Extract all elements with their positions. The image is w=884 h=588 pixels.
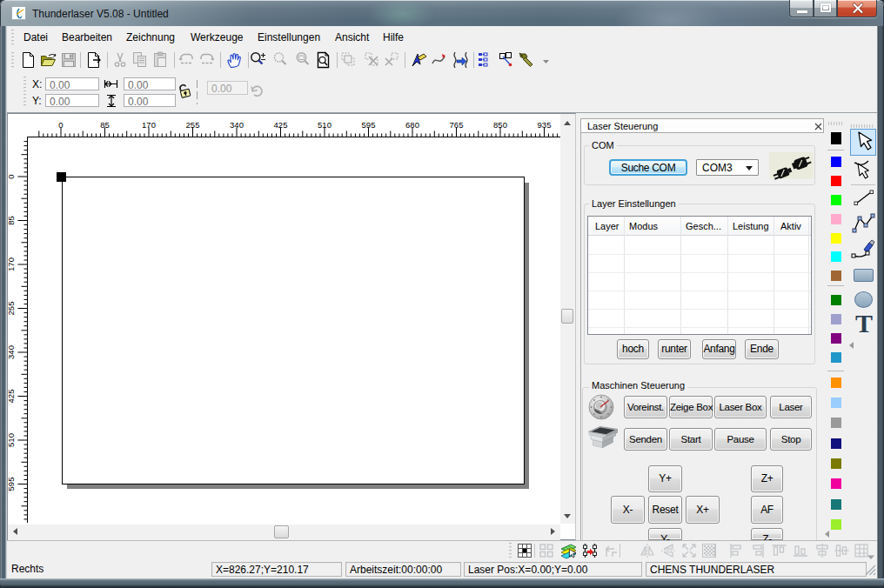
svg-text:935: 935 xyxy=(538,120,552,130)
svg-text:510: 510 xyxy=(318,120,332,130)
svg-text:340: 340 xyxy=(230,120,244,130)
svg-text:170: 170 xyxy=(142,120,156,130)
svg-text:255: 255 xyxy=(6,302,16,316)
svg-text:0: 0 xyxy=(6,174,16,178)
svg-text:170: 170 xyxy=(6,257,16,271)
svg-text:510: 510 xyxy=(6,433,16,447)
svg-text:765: 765 xyxy=(450,120,464,130)
svg-text:595: 595 xyxy=(6,478,16,491)
svg-text:0: 0 xyxy=(58,120,63,130)
svg-text:595: 595 xyxy=(362,120,376,130)
svg-text:85: 85 xyxy=(6,216,16,225)
svg-text:255: 255 xyxy=(186,120,200,130)
svg-text:425: 425 xyxy=(274,120,288,130)
svg-text:340: 340 xyxy=(6,345,16,359)
svg-text:850: 850 xyxy=(493,120,507,130)
svg-text:85: 85 xyxy=(100,120,110,130)
svg-text:425: 425 xyxy=(6,390,16,404)
svg-text:680: 680 xyxy=(405,120,419,130)
